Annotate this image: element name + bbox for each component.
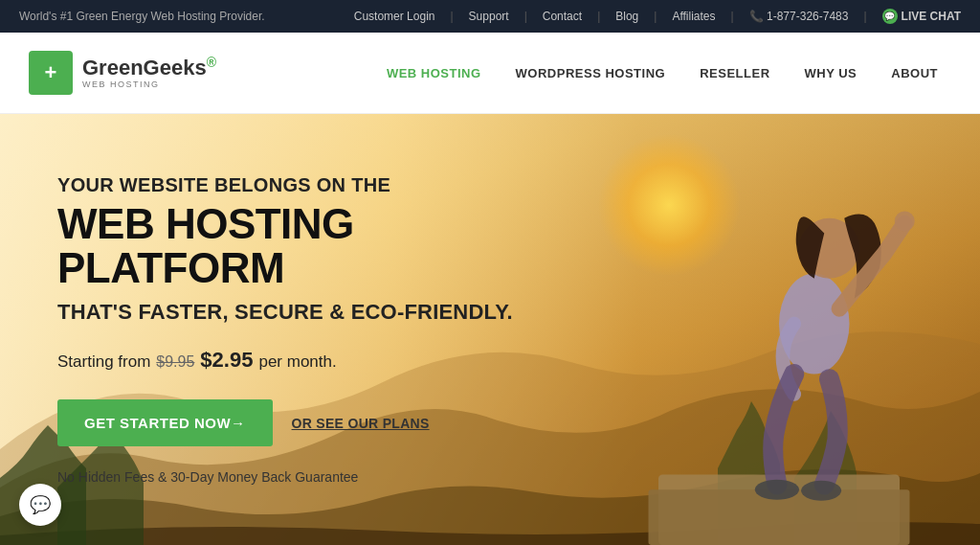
nav-item-why-us: WHY US [791,64,871,81]
nav-link-reseller[interactable]: RESELLER [686,57,783,90]
hero-buttons: GET STARTED NOW→ OR SEE OUR PLANS [57,399,536,446]
chat-widget[interactable]: 💬 [19,484,61,526]
logo-name-green: GreenGeeks [82,57,207,80]
nav-item-about: ABOUT [878,64,951,81]
svg-point-4 [895,211,915,231]
customer-login-link[interactable]: Customer Login [354,10,435,23]
see-plans-link[interactable]: OR SEE OUR PLANS [292,416,430,431]
chat-bubble-icon: 💬 [882,9,898,24]
svg-point-5 [755,480,799,500]
get-started-button[interactable]: GET STARTED NOW→ [57,399,273,446]
divider6: | [863,10,866,23]
pricing-prefix: Starting from [57,352,150,372]
nav-item-reseller: RESELLER [686,64,783,81]
divider1: | [450,10,453,23]
logo-registered: ® [207,55,216,70]
main-nav: + GreenGeeks® WEB HOSTING WEB HOSTING WO… [0,33,980,114]
hero-title: WEB HOSTING PLATFORM [57,202,536,290]
blog-link[interactable]: Blog [615,10,638,23]
hero-tagline: THAT'S FASTER, SECURE & ECO-FRIENDLY. [57,300,536,325]
pricing-suffix: per month. [258,352,336,372]
logo[interactable]: + GreenGeeks® WEB HOSTING [29,51,216,95]
logo-text: GreenGeeks® WEB HOSTING [82,56,216,89]
nav-link-why-us[interactable]: WHY US [791,57,871,90]
chat-widget-icon: 💬 [30,494,51,515]
new-price: $2.95 [200,348,253,373]
logo-sub: WEB HOSTING [82,80,216,90]
nav-link-wordpress[interactable]: WORDPRESS HOSTING [502,57,679,90]
hero-subtitle: YOUR WEBSITE BELONGS ON THE [57,174,536,196]
divider3: | [597,10,600,23]
live-chat-button[interactable]: 💬 LIVE CHAT [882,9,961,24]
contact-link[interactable]: Contact [543,10,582,23]
logo-name: GreenGeeks® [82,56,216,80]
nav-links: WEB HOSTING WORDPRESS HOSTING RESELLER W… [373,64,951,81]
old-price: $9.95 [156,353,194,371]
divider5: | [731,10,734,23]
hero-guarantee: No Hidden Fees & 30-Day Money Back Guara… [57,469,536,485]
support-link[interactable]: Support [469,10,509,23]
hero-section: YOUR WEBSITE BELONGS ON THE WEB HOSTING … [0,114,980,545]
nav-item-wordpress: WORDPRESS HOSTING [502,64,679,81]
phone-link[interactable]: 📞 1-877-326-7483 [749,10,849,23]
affiliates-link[interactable]: Affiliates [672,10,715,23]
top-bar-right: Customer Login | Support | Contact | Blo… [354,9,961,24]
tagline: World's #1 Green Energy Web Hosting Prov… [19,10,265,23]
nav-link-about[interactable]: ABOUT [878,57,951,90]
top-bar: World's #1 Green Energy Web Hosting Prov… [0,0,980,33]
divider4: | [654,10,657,23]
nav-link-web-hosting[interactable]: WEB HOSTING [373,57,495,90]
logo-icon: + [29,51,73,95]
divider2: | [524,10,527,23]
phone-icon: 📞 [749,10,764,23]
hero-pricing: Starting from $9.95 $2.95 per month. [57,348,536,373]
nav-item-web-hosting: WEB HOSTING [373,64,495,81]
hero-content: YOUR WEBSITE BELONGS ON THE WEB HOSTING … [0,136,593,523]
hero-person [578,143,980,545]
svg-point-6 [801,481,841,501]
